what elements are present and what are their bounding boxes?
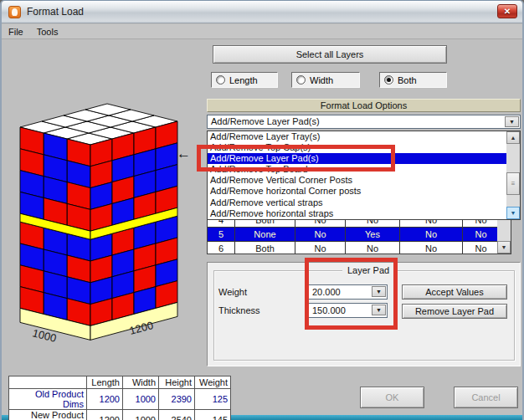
radio-width-label: Width bbox=[310, 75, 333, 85]
cell[interactable]: 6 bbox=[208, 242, 235, 254]
cell: 2540 bbox=[159, 410, 195, 420]
select-all-layers-label: Select all Layers bbox=[296, 49, 364, 59]
cell[interactable]: No bbox=[463, 242, 499, 254]
client-area: 10001200 ← Select all Layers Length Widt… bbox=[2, 40, 522, 416]
load-3d-view: 10001200 bbox=[7, 42, 203, 380]
format-option-dropdown-list: Add/Remove Layer Tray(s) Add/Remove Top … bbox=[207, 131, 521, 220]
radio-width[interactable]: Width bbox=[291, 72, 360, 88]
format-option-combobox[interactable]: Add/Remove Layer Pad(s) ▼ bbox=[207, 115, 521, 129]
weight-label: Weight bbox=[218, 287, 247, 297]
radio-length[interactable]: Length bbox=[211, 72, 278, 88]
cell[interactable]: Yes bbox=[346, 228, 400, 241]
old-product-dims-row: Old Product Dims 1200 1000 2390 125 bbox=[9, 389, 231, 410]
cell: 2390 bbox=[159, 389, 195, 410]
remove-layer-pad-label: Remove Layer Pad bbox=[415, 306, 494, 316]
cell: 1000 bbox=[123, 410, 159, 420]
ok-label: OK bbox=[386, 392, 399, 402]
cell: 1200 bbox=[87, 410, 123, 420]
cell[interactable]: None bbox=[235, 228, 295, 241]
ok-button[interactable]: OK bbox=[360, 387, 424, 408]
close-button[interactable]: ✕ bbox=[497, 4, 517, 18]
chevron-down-icon[interactable]: ▼ bbox=[505, 116, 519, 127]
cell: 1000 bbox=[123, 389, 159, 410]
menu-bar: File Tools bbox=[2, 24, 522, 39]
cell[interactable]: No bbox=[346, 242, 400, 254]
cell[interactable]: No bbox=[400, 242, 463, 254]
radio-both[interactable]: Both bbox=[379, 72, 447, 88]
radio-width-icon[interactable] bbox=[296, 75, 306, 85]
cell: 145 bbox=[195, 410, 231, 420]
header-weight: Weight bbox=[195, 376, 231, 389]
format-load-options-header: Format Load Options bbox=[207, 99, 521, 112]
annotation-arrow-icon: ← bbox=[177, 146, 191, 162]
cell[interactable]: 5 bbox=[208, 228, 235, 241]
accept-values-label: Accept Values bbox=[425, 287, 484, 297]
thickness-combobox[interactable]: 150.000 ▼ bbox=[308, 303, 388, 318]
list-item[interactable]: Add/Remove Layer Pad(s) bbox=[208, 153, 520, 164]
select-all-layers-button[interactable]: Select all Layers bbox=[213, 45, 447, 64]
remove-layer-pad-button[interactable]: Remove Layer Pad bbox=[402, 304, 507, 319]
header-blank bbox=[9, 376, 87, 389]
window-title: Format Load bbox=[27, 6, 84, 18]
cell[interactable]: No bbox=[400, 228, 463, 241]
menu-tools[interactable]: Tools bbox=[30, 25, 65, 38]
list-item[interactable]: Add/Remove vertical straps bbox=[208, 197, 520, 208]
list-item[interactable]: Add/Remove horizontal straps bbox=[208, 208, 520, 219]
scroll-down-icon[interactable]: ▼ bbox=[497, 241, 511, 254]
header-height: Height bbox=[159, 376, 195, 389]
cell[interactable]: Both bbox=[235, 242, 295, 254]
list-item[interactable]: Add/Remove Vertical Corner Posts bbox=[208, 175, 520, 186]
scrollbar-thumb[interactable]: ≡ bbox=[506, 172, 520, 195]
menu-file[interactable]: File bbox=[2, 25, 30, 38]
list-item[interactable]: Add/Remove Top Board bbox=[208, 164, 520, 175]
layer-pad-groupbox: Layer Pad Weight Thickness 20.000 ▼ 150.… bbox=[213, 270, 515, 361]
weight-combobox[interactable]: 20.000 ▼ bbox=[308, 284, 388, 300]
cancel-button[interactable]: Cancel bbox=[454, 387, 518, 408]
header-length: Length bbox=[87, 376, 123, 389]
radio-length-icon[interactable] bbox=[216, 75, 225, 85]
cancel-label: Cancel bbox=[471, 392, 500, 402]
title-bar: Format Load ✕ bbox=[2, 1, 522, 23]
table-row[interactable]: 6 Both No No No No bbox=[208, 242, 499, 254]
format-load-window: Format Load ✕ File Tools 10001200 ← Sele… bbox=[0, 0, 524, 420]
list-item[interactable]: Add/Remove Top Cap(s) bbox=[208, 142, 520, 153]
weight-value: 20.000 bbox=[312, 287, 341, 297]
table-row[interactable]: 5 None No Yes No No bbox=[208, 228, 499, 242]
radio-both-label: Both bbox=[398, 75, 417, 85]
list-item[interactable]: Add/Remove horizontal Corner posts bbox=[208, 186, 520, 197]
cell: 1200 bbox=[87, 389, 123, 410]
combobox-value: Add/Remove Layer Pad(s) bbox=[211, 116, 320, 126]
close-icon: ✕ bbox=[504, 7, 511, 16]
app-icon bbox=[8, 6, 21, 18]
chevron-down-icon[interactable]: ▼ bbox=[372, 305, 386, 315]
list-scrollbar[interactable]: ▲ ≡ ▼ bbox=[506, 131, 520, 219]
product-dims-table: Length Width Height Weight Old Product D… bbox=[8, 376, 231, 420]
chevron-down-icon[interactable]: ▼ bbox=[372, 286, 386, 297]
thickness-label: Thickness bbox=[218, 305, 260, 315]
layer-pad-title: Layer Pad bbox=[342, 265, 394, 275]
scroll-down-icon[interactable]: ▼ bbox=[506, 207, 520, 219]
header-width: Width bbox=[123, 376, 159, 389]
cell[interactable]: No bbox=[295, 242, 346, 254]
scroll-up-icon[interactable]: ▲ bbox=[506, 131, 520, 144]
cell[interactable]: No bbox=[463, 228, 499, 241]
new-product-dims-row: New Product Dims 1200 1000 2540 145 bbox=[9, 410, 231, 420]
cell[interactable]: No bbox=[295, 228, 346, 241]
radio-both-icon[interactable] bbox=[384, 75, 393, 85]
radio-length-label: Length bbox=[229, 75, 258, 85]
thickness-value: 150.000 bbox=[312, 305, 346, 315]
accept-values-button[interactable]: Accept Values bbox=[402, 284, 507, 300]
list-item[interactable]: Add/Remove Layer Tray(s) bbox=[208, 131, 520, 142]
layer-pad-panel: Layer Pad Weight Thickness 20.000 ▼ 150.… bbox=[207, 262, 521, 366]
cell: 125 bbox=[195, 389, 231, 410]
dims-header-row: Length Width Height Weight bbox=[9, 376, 231, 389]
row-label: New Product Dims bbox=[9, 410, 87, 420]
row-label: Old Product Dims bbox=[9, 389, 87, 410]
